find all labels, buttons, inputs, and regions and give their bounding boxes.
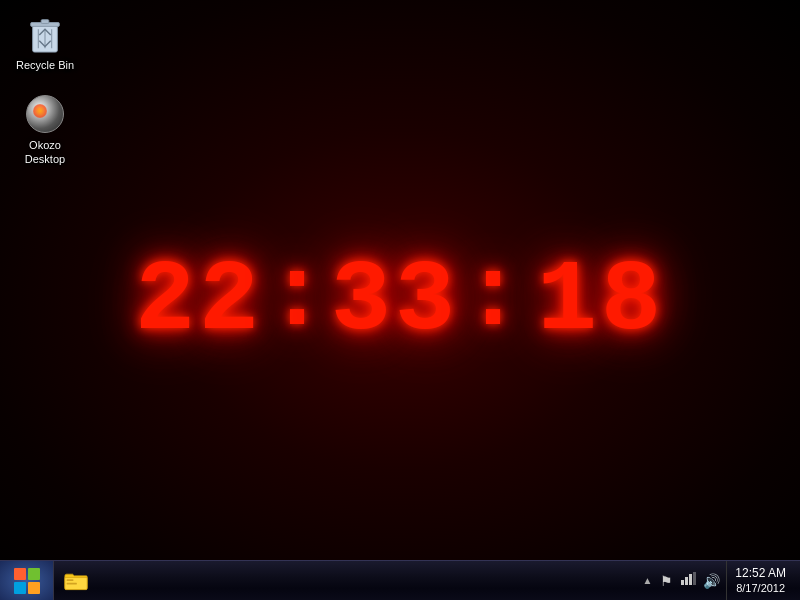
- start-button[interactable]: [0, 561, 54, 601]
- svg-rect-8: [14, 582, 26, 594]
- tray-date: 8/17/2012: [736, 581, 785, 595]
- recycle-bin-label: Recycle Bin: [16, 58, 74, 72]
- volume-icon[interactable]: 🔊: [701, 572, 722, 590]
- clock-colon-2: :: [463, 248, 523, 348]
- system-tray: ▲ ⚑ 🔊 12:52 AM 8/1: [634, 561, 800, 601]
- svg-rect-7: [28, 568, 40, 580]
- recycle-bin-image: [25, 14, 65, 54]
- taskbar-explorer-icon[interactable]: [58, 563, 94, 599]
- tray-icons: ⚑ 🔊: [658, 571, 722, 590]
- svg-rect-12: [681, 580, 684, 585]
- okozo-desktop-icon[interactable]: Okozo Desktop: [9, 90, 81, 171]
- recycle-bin-icon[interactable]: Recycle Bin: [9, 10, 81, 76]
- svg-rect-5: [41, 20, 49, 24]
- network-icon[interactable]: [678, 571, 698, 590]
- okozo-label: Okozo Desktop: [13, 138, 77, 167]
- svg-rect-13: [685, 577, 688, 585]
- taskbar: ▲ ⚑ 🔊 12:52 AM 8/1: [0, 560, 800, 600]
- clock-display: 22 : 33 : 18: [135, 248, 665, 356]
- tray-show-hidden-icon[interactable]: ▲: [640, 573, 654, 588]
- svg-rect-14: [689, 574, 692, 585]
- okozo-image: [25, 94, 65, 134]
- svg-rect-6: [14, 568, 26, 580]
- clock-colon-1: :: [267, 248, 327, 348]
- clock-seconds: 18: [537, 252, 665, 352]
- tray-clock[interactable]: 12:52 AM 8/17/2012: [726, 561, 794, 601]
- desktop: Recycle Bin Okozo Desktop 22 : 33 : 18: [0, 0, 800, 600]
- action-center-icon[interactable]: ⚑: [658, 572, 675, 590]
- taskbar-pinned-icons: [54, 563, 634, 599]
- tray-time: 12:52 AM: [735, 566, 786, 582]
- svg-rect-15: [693, 572, 696, 585]
- clock-hours: 22: [135, 252, 263, 352]
- clock-minutes: 33: [331, 252, 459, 352]
- svg-rect-9: [28, 582, 40, 594]
- svg-rect-10: [67, 579, 74, 581]
- svg-rect-11: [67, 582, 77, 584]
